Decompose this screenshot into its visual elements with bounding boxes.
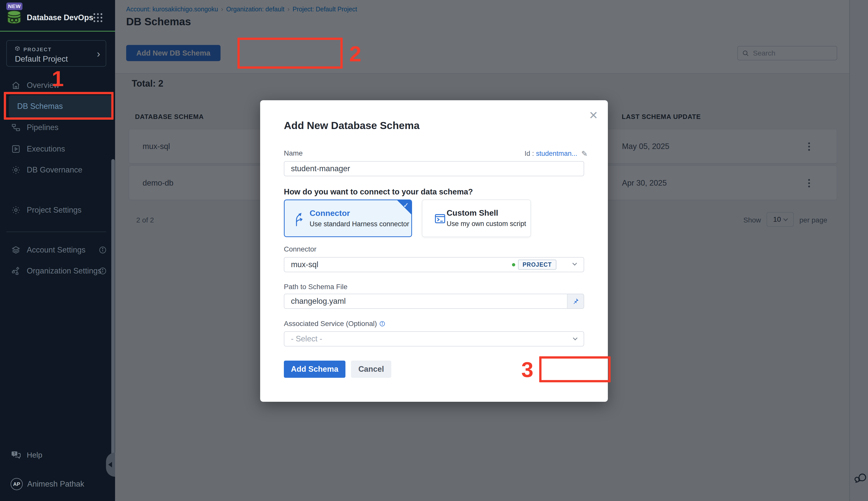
sidebar-item-label: Pipelines bbox=[27, 123, 58, 132]
annotation-number-2: 2 bbox=[349, 41, 361, 66]
collapse-left-icon bbox=[108, 462, 112, 467]
app-switcher-grid-icon[interactable] bbox=[92, 12, 103, 23]
option-title: Custom Shell bbox=[447, 208, 498, 218]
scope-badge: PROJECT bbox=[518, 259, 556, 270]
service-label: Associated Service (Optional) bbox=[284, 320, 386, 328]
home-icon bbox=[11, 81, 21, 90]
sidebar-divider bbox=[6, 232, 106, 232]
name-input[interactable] bbox=[284, 161, 584, 176]
option-subtitle: Use my own custom script bbox=[447, 220, 526, 228]
option-subtitle: Use standard Harness connector bbox=[310, 220, 409, 228]
avatar: AP bbox=[11, 478, 23, 490]
terminal-icon bbox=[433, 212, 447, 225]
id-prefix: Id : bbox=[525, 150, 534, 158]
option-connector[interactable]: Connector Use standard Harness connector… bbox=[284, 200, 412, 237]
sidebar-item-label: Account Settings bbox=[27, 245, 86, 255]
sidebar-item-label: Executions bbox=[27, 145, 65, 153]
branch-arrows-icon bbox=[293, 211, 306, 226]
schema-id: Id : studentman... ✎ bbox=[525, 149, 588, 158]
help-label: Help bbox=[27, 451, 42, 459]
sidebar-item-label: DB Governance bbox=[27, 166, 83, 174]
sidebar-item-label: Organization Settings bbox=[27, 266, 101, 276]
app-root: NEW Database DevOps bbox=[0, 0, 868, 501]
user-name: Animesh Pathak bbox=[27, 480, 84, 489]
annotation-number-3: 3 bbox=[521, 357, 534, 382]
sidebar-collapse-handle[interactable] bbox=[106, 452, 115, 477]
sidebar-item-organization-settings[interactable]: Organization Settings bbox=[0, 260, 115, 282]
user-menu[interactable]: AP Animesh Pathak bbox=[11, 478, 84, 490]
annotation-box-2 bbox=[238, 38, 343, 69]
harness-dbops-logo bbox=[6, 9, 22, 25]
project-scope-label: PROJECT bbox=[23, 47, 52, 53]
connect-question: How do you want to connect to your data … bbox=[284, 188, 473, 196]
info-icon[interactable] bbox=[98, 246, 107, 254]
sidebar-scrollbar[interactable] bbox=[111, 159, 115, 476]
gear-icon bbox=[11, 205, 21, 215]
connector-status-dot bbox=[512, 263, 515, 266]
sidebar-item-label: Project Settings bbox=[27, 205, 81, 215]
name-label: Name bbox=[284, 149, 303, 157]
sidebar-item-executions[interactable]: Executions bbox=[0, 138, 115, 160]
cube-icon bbox=[14, 46, 20, 52]
path-label: Path to Schema File bbox=[284, 283, 348, 291]
layers-icon bbox=[11, 245, 21, 255]
chevron-right-icon: › bbox=[97, 49, 100, 59]
id-value-link[interactable]: studentman... bbox=[536, 150, 577, 158]
path-input[interactable] bbox=[284, 294, 584, 309]
path-field[interactable] bbox=[284, 294, 584, 309]
pipelines-icon bbox=[11, 123, 21, 132]
project-selector[interactable]: PROJECT Default Project › bbox=[6, 40, 106, 67]
connector-label: Connector bbox=[284, 245, 316, 253]
edit-pencil-icon[interactable]: ✎ bbox=[581, 149, 588, 158]
info-icon[interactable] bbox=[379, 320, 386, 327]
annotation-box-3 bbox=[539, 356, 611, 382]
executions-icon bbox=[11, 144, 21, 154]
sidebar-item-db-governance[interactable]: DB Governance bbox=[0, 159, 115, 181]
org-settings-icon bbox=[11, 266, 21, 276]
connector-field[interactable]: PROJECT bbox=[284, 257, 584, 272]
brand-accent-line bbox=[0, 31, 115, 32]
info-icon[interactable] bbox=[98, 267, 107, 275]
cancel-button[interactable]: Cancel bbox=[351, 361, 391, 378]
help-button[interactable]: ? Help bbox=[11, 450, 42, 460]
annotation-number-1: 1 bbox=[52, 66, 64, 91]
option-title: Connector bbox=[310, 209, 350, 218]
pin-icon bbox=[572, 297, 579, 305]
sidebar-item-pipelines[interactable]: Pipelines bbox=[0, 117, 115, 138]
svg-text:?: ? bbox=[13, 451, 16, 456]
annotation-box-1 bbox=[4, 92, 113, 120]
sidebar-item-account-settings[interactable]: Account Settings bbox=[0, 239, 115, 261]
close-icon[interactable]: ✕ bbox=[587, 109, 600, 121]
pin-runtime-toggle[interactable] bbox=[567, 294, 584, 308]
gear-icon bbox=[11, 165, 21, 175]
modal-title: Add New Database Schema bbox=[284, 120, 420, 131]
help-chat-icon: ? bbox=[11, 450, 21, 460]
sidebar-item-project-settings[interactable]: Project Settings bbox=[0, 199, 115, 221]
service-select[interactable]: - Select - bbox=[284, 331, 584, 347]
project-name: Default Project bbox=[15, 54, 68, 64]
chevron-down-icon bbox=[573, 335, 577, 340]
check-icon: ✓ bbox=[403, 201, 409, 209]
app-title: Database DevOps bbox=[27, 13, 94, 22]
service-placeholder: - Select - bbox=[291, 334, 322, 343]
option-custom-shell[interactable]: Custom Shell Use my own custom script bbox=[422, 200, 531, 237]
add-schema-button[interactable]: Add Schema bbox=[284, 361, 345, 378]
